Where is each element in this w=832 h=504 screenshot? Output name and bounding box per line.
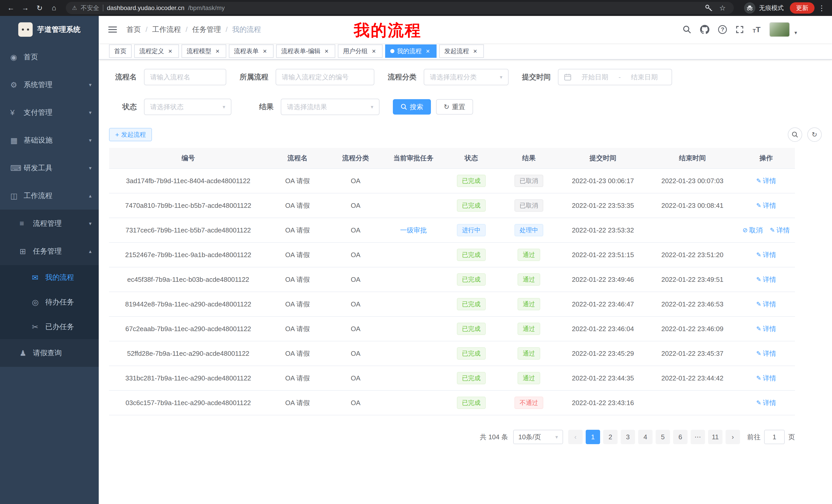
sidebar-item-system[interactable]: ⚙系统管理▾ xyxy=(0,71,99,99)
sidebar-item-devtools[interactable]: ⌨研发工具▾ xyxy=(0,154,99,182)
sidebar-item-infrastructure[interactable]: ▦基础设施▾ xyxy=(0,127,99,154)
page-size-select[interactable]: 10条/页 ▾ xyxy=(513,430,563,444)
bookmark-star-icon[interactable]: ☆ xyxy=(717,3,728,13)
cell-process-name: OA 请假 xyxy=(267,193,328,218)
browser-home-button[interactable]: ⌂ xyxy=(47,1,61,15)
browser-reload-button[interactable]: ↻ xyxy=(33,1,46,15)
search-icon[interactable] xyxy=(683,25,691,34)
search-button[interactable]: 搜索 xyxy=(393,99,431,115)
page-button[interactable]: 11 xyxy=(708,430,723,444)
tab-close-icon[interactable]: × xyxy=(214,48,221,55)
sidebar-item-done-task[interactable]: ✂已办任务 xyxy=(0,314,99,339)
tab-process-model[interactable]: 流程模型× xyxy=(182,45,226,58)
github-icon[interactable] xyxy=(700,25,709,34)
goto-page-input[interactable] xyxy=(764,430,785,444)
detail-link[interactable]: ✎详情 xyxy=(756,201,776,210)
detail-link[interactable]: ✎详情 xyxy=(756,300,776,309)
page-button[interactable]: 2 xyxy=(603,430,618,444)
process-input[interactable] xyxy=(276,69,374,85)
font-size-icon[interactable]: TT xyxy=(753,25,760,34)
cancel-link[interactable]: ⊘取消 xyxy=(743,226,762,235)
process-input-field[interactable] xyxy=(282,73,368,81)
filter-result: 结果 请选择流结果 ▾ xyxy=(245,99,380,115)
sidebar-item-workflow[interactable]: ◫工作流程▴ xyxy=(0,182,99,209)
create-process-button[interactable]: + 发起流程 xyxy=(109,128,152,141)
sidebar-item-my-process[interactable]: ✉我的流程 xyxy=(0,265,99,290)
sidebar-item-home[interactable]: ◉首页 xyxy=(0,43,99,71)
tab-process-definition[interactable]: 流程定义× xyxy=(134,45,179,58)
main-panel: 首页/工作流程/任务管理/我的流程 ? TT ▾ xyxy=(99,16,832,504)
tab-home[interactable]: 首页 xyxy=(109,45,132,58)
table-row: 7470a810-7b9b-11ec-b5b7-acde48001122OA 请… xyxy=(109,193,795,218)
tab-close-icon[interactable]: × xyxy=(323,48,330,55)
breadcrumb-item[interactable]: 任务管理 xyxy=(192,25,221,34)
tab-close-icon[interactable]: × xyxy=(261,48,268,55)
tab-close-icon[interactable]: × xyxy=(166,48,174,55)
tab-close-icon[interactable]: × xyxy=(424,48,432,55)
tab-process-form[interactable]: 流程表单× xyxy=(229,45,274,58)
next-page-button[interactable]: › xyxy=(726,430,740,444)
refresh-table-button[interactable]: ↻ xyxy=(807,128,822,142)
sidebar-item-todo-task[interactable]: ◎待办任务 xyxy=(0,290,99,314)
result-select[interactable]: 请选择流结果 ▾ xyxy=(281,99,380,115)
cell-status: 进行中 xyxy=(443,218,499,243)
cell-result: 通过 xyxy=(499,341,558,366)
address-bar[interactable]: ⚠ 不安全 dashboard.yudao.iocoder.cn /bpm/ta… xyxy=(66,2,734,14)
detail-link[interactable]: ✎详情 xyxy=(756,176,776,186)
page-button[interactable]: 3 xyxy=(621,430,635,444)
browser-update-button[interactable]: 更新 xyxy=(790,2,814,13)
table-row: 331bc281-7b9a-11ec-a290-acde48001122OA 请… xyxy=(109,366,795,390)
fullscreen-icon[interactable] xyxy=(735,25,744,34)
page-button[interactable]: 4 xyxy=(638,430,653,444)
tab-close-icon[interactable]: × xyxy=(370,48,378,55)
reset-button[interactable]: ↻ 重置 xyxy=(436,99,473,115)
tab-start-process[interactable]: 发起流程× xyxy=(439,45,484,58)
name-input-field[interactable] xyxy=(150,73,220,81)
category-select[interactable]: 请选择流程分类 ▾ xyxy=(424,69,509,85)
detail-link[interactable]: ✎详情 xyxy=(756,349,776,358)
not-secure-label: 不安全 xyxy=(81,4,99,12)
detail-link[interactable]: ✎详情 xyxy=(756,250,776,259)
column-header: 当前审批任务 xyxy=(384,148,443,169)
sidebar-item-task-manage[interactable]: ⊞任务管理▴ xyxy=(0,237,99,265)
help-icon[interactable]: ? xyxy=(718,25,727,34)
name-input[interactable] xyxy=(144,69,226,85)
tab-label: 流程表单-编辑 xyxy=(281,47,320,55)
page-button[interactable]: 1 xyxy=(586,430,600,444)
detail-link[interactable]: ✎详情 xyxy=(756,374,776,383)
browser-forward-button[interactable]: → xyxy=(19,1,32,15)
tab-user-group[interactable]: 用户分组× xyxy=(338,45,383,58)
infrastructure-icon: ▦ xyxy=(10,136,24,145)
app-shell: 芋道管理系统 ◉首页⚙系统管理▾¥支付管理▾▦基础设施▾⌨研发工具▾◫工作流程▴… xyxy=(0,16,832,504)
tab-close-icon[interactable]: × xyxy=(471,48,479,55)
password-key-icon[interactable] xyxy=(703,3,714,13)
tab-process-form-edit[interactable]: 流程表单-编辑× xyxy=(276,45,335,58)
detail-link[interactable]: ✎详情 xyxy=(756,325,776,333)
browser-back-button[interactable]: ← xyxy=(4,1,18,15)
avatar-caret-icon[interactable]: ▾ xyxy=(795,30,797,36)
page-button[interactable]: 6 xyxy=(673,430,687,444)
detail-link[interactable]: ✎详情 xyxy=(770,226,790,235)
omnibox-divider xyxy=(103,5,103,11)
sidebar-item-process-manage[interactable]: ≡流程管理▾ xyxy=(0,209,99,237)
current-task-link[interactable]: 一级审批 xyxy=(400,226,427,234)
breadcrumb-item[interactable]: 首页 xyxy=(127,25,141,34)
status-select[interactable]: 请选择状态 ▾ xyxy=(144,99,231,115)
done-icon: ✂ xyxy=(32,323,45,331)
cell-current-task: 一级审批 xyxy=(384,218,443,243)
detail-link[interactable]: ✎详情 xyxy=(756,275,776,284)
sidebar-item-leave-query[interactable]: ♟请假查询 xyxy=(0,339,99,367)
detail-link[interactable]: ✎详情 xyxy=(756,398,776,408)
browser-menu-icon[interactable]: ⋮ xyxy=(815,2,828,14)
app-logo-row[interactable]: 芋道管理系统 xyxy=(0,16,99,43)
breadcrumb-item[interactable]: 工作流程 xyxy=(152,25,181,34)
user-avatar[interactable] xyxy=(769,22,790,37)
toggle-search-button[interactable] xyxy=(788,128,802,142)
pager-ellipsis-icon[interactable]: ⋯ xyxy=(691,430,705,444)
tab-my-process[interactable]: 我的流程× xyxy=(385,45,437,58)
date-range-picker[interactable]: 开始日期 - 结束日期 xyxy=(558,69,672,85)
hamburger-icon[interactable] xyxy=(107,24,118,35)
sidebar-item-payment[interactable]: ¥支付管理▾ xyxy=(0,99,99,127)
page-button[interactable]: 5 xyxy=(656,430,670,444)
prev-page-button[interactable]: ‹ xyxy=(568,430,582,444)
